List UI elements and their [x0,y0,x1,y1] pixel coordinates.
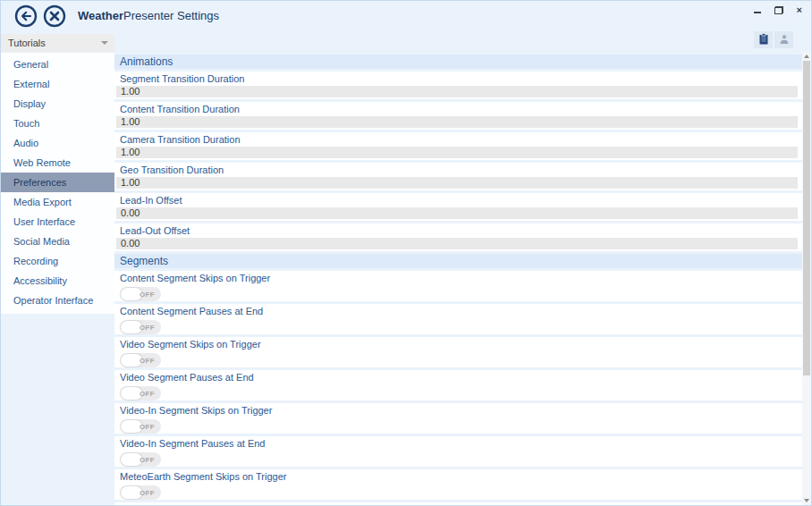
field-label: Camera Transition Duration [114,135,802,145]
sidebar-nav: GeneralExternalDisplayTouchAudioWeb Remo… [1,53,114,314]
field-row-geo-transition-duration: Geo Transition Duration1.00 [114,163,802,190]
sidebar-item-display[interactable]: Display [1,94,114,114]
sidebar-item-user-interface[interactable]: User Interface [1,212,114,232]
back-arrow-icon [14,4,38,28]
text-input[interactable]: 0.00 [116,207,798,219]
field-row-camera-transition-duration: Camera Transition Duration1.00 [114,132,802,160]
field-label: Content Transition Duration [114,105,802,114]
field-row-video-segment-skips-on-trigger: Video Segment Skips on TriggerOFF [114,337,802,367]
sidebar-item-operator-interface[interactable]: Operator Interface [1,291,114,310]
sidebar-item-social-media[interactable]: Social Media [1,232,114,251]
sidebar-item-external[interactable]: External [1,74,114,94]
scroll-down-button[interactable] [802,496,811,505]
field-label: Video Segment Pauses at End [114,373,802,383]
scroll-up-icon [804,55,809,58]
section-header-segments: Segments [114,254,802,268]
scroll-up-button[interactable] [802,52,811,61]
text-input[interactable]: 1.00 [116,116,798,128]
preset-dropdown[interactable]: Tutorials [1,34,114,52]
text-input[interactable]: 1.00 [116,177,798,189]
panel-actions [754,31,793,48]
field-row-video-segment-pauses-at-end: Video Segment Pauses at EndOFF [114,370,802,401]
titlebar: WeatherPresenter Settings × [1,1,811,31]
field-label: MeteoEarth Segment Skips on Trigger [114,472,802,482]
person-icon [779,32,790,48]
window-close-icon[interactable]: × [797,4,802,15]
window-controls: × [754,4,802,15]
toggle-state-label: OFF [140,386,155,401]
brand-name-bold: Weather [78,9,123,22]
sidebar-item-general[interactable]: General [1,55,114,74]
field-label: Video Segment Skips on Trigger [114,340,802,350]
field-label: Content Segment Skips on Trigger [114,274,802,283]
field-label: Content Segment Pauses at End [114,307,802,316]
close-x-icon [43,4,66,28]
field-row-video-in-segment-skips-on-trigger: Video-In Segment Skips on TriggerOFF [114,403,802,434]
clipboard-button[interactable] [754,31,773,48]
close-settings-button[interactable] [43,4,66,28]
toggle-switch[interactable]: OFF [120,386,161,401]
scrollbar-thumb[interactable] [803,61,810,375]
field-label: Video-In Segment Skips on Trigger [114,406,802,416]
field-row-segment-transition-duration: Segment Transition Duration1.00 [114,72,802,99]
text-input[interactable]: 1.00 [116,147,798,158]
chevron-down-icon [101,41,108,45]
toggle-state-label: OFF [140,452,155,467]
text-input[interactable]: 1.00 [116,86,798,97]
field-row-lead-out-offset: Lead-Out Offset0.00 [114,223,802,251]
toggle-state-label: OFF [140,287,155,301]
sidebar-item-media-export[interactable]: Media Export [1,192,114,212]
minimize-icon[interactable] [754,12,761,13]
field-row-meteoearth-segment-skips-on-trigger: MeteoEarth Segment Skips on TriggerOFF [114,469,802,500]
page-title: WeatherPresenter Settings [78,9,219,22]
toggle-switch[interactable]: OFF [120,353,161,367]
toggle-switch[interactable]: OFF [120,452,161,467]
toggle-switch[interactable]: OFF [120,320,161,334]
field-row-lead-in-offset: Lead-In Offset0.00 [114,193,802,221]
field-label: Geo Transition Duration [114,165,802,175]
field-row-video-in-segment-pauses-at-end: Video-In Segment Pauses at EndOFF [114,436,802,467]
toggle-switch[interactable]: OFF [120,419,161,434]
clipboard-icon [758,32,769,48]
text-input[interactable]: 0.00 [116,238,798,249]
field-label: Video-In Segment Pauses at End [114,439,802,449]
section-header-animations: Animations [114,55,802,69]
sidebar-item-web-remote[interactable]: Web Remote [1,153,114,173]
brand-name-rest: Presenter [123,9,173,22]
toggle-state-label: OFF [140,419,155,434]
page-name: Settings [177,9,219,22]
field-row-content-segment-pauses-at-end: Content Segment Pauses at EndOFF [114,304,802,334]
toggle-state-label: OFF [140,485,155,500]
field-row-meteoearth-segment-pauses-at-end: MeteoEarth Segment Pauses at EndOFF [114,502,802,505]
toggle-switch[interactable]: OFF [120,287,161,301]
sidebar-item-touch[interactable]: Touch [1,114,114,133]
field-label: Lead-In Offset [114,196,802,206]
toggle-state-label: OFF [140,353,155,367]
toggle-switch[interactable]: OFF [120,485,161,500]
field-row-content-transition-duration: Content Transition Duration1.00 [114,102,802,130]
settings-panel: AnimationsSegment Transition Duration1.0… [114,52,802,505]
back-button[interactable] [14,4,38,28]
scroll-down-icon [804,499,809,502]
sidebar-item-recording[interactable]: Recording [1,251,114,271]
sidebar-item-accessibility[interactable]: Accessibility [1,271,114,291]
vertical-scrollbar[interactable] [802,52,811,505]
field-label: Segment Transition Duration [114,74,802,84]
settings-window: WeatherPresenter Settings × Tutorials [0,0,812,506]
upload-button[interactable] [774,31,793,48]
toggle-state-label: OFF [140,320,155,334]
restore-icon[interactable] [774,6,783,14]
field-label: Lead-Out Offset [114,226,802,236]
preset-dropdown-value: Tutorials [1,38,101,48]
sidebar-item-audio[interactable]: Audio [1,133,114,153]
sidebar-item-preferences[interactable]: Preferences [1,173,114,192]
field-row-content-segment-skips-on-trigger: Content Segment Skips on TriggerOFF [114,271,802,301]
